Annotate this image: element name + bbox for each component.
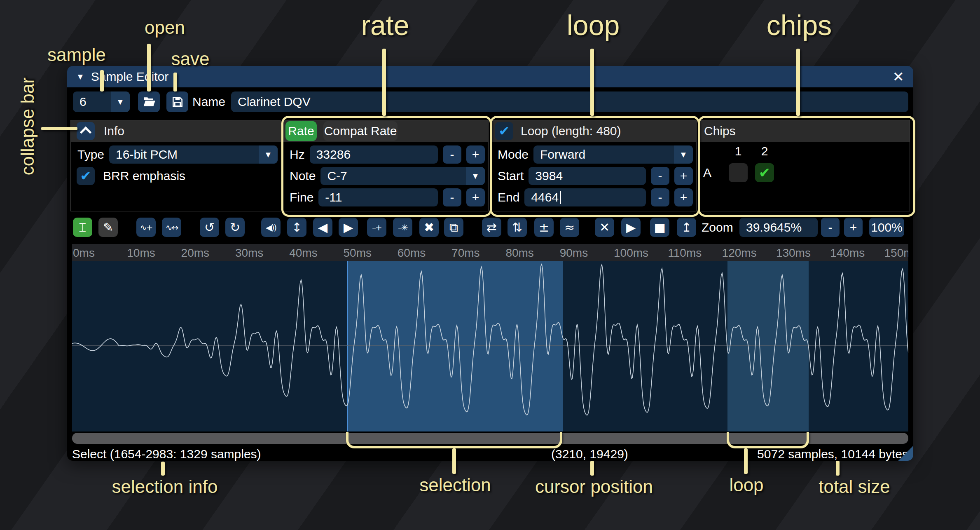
annotation-open: open: [145, 17, 185, 38]
selection-info-text: Select (1654-2983: 1329 samples): [72, 447, 261, 461]
annotation-loop-lower: loop: [729, 475, 763, 495]
annotation-sample: sample: [47, 45, 106, 65]
waveform-svg: [72, 261, 908, 432]
name-label: Name: [192, 91, 225, 112]
timeline-label: 0ms: [73, 246, 95, 260]
timeline-label: 140ms: [830, 246, 865, 260]
zoom-reset-button[interactable]: 100%: [869, 218, 904, 237]
chips-annotation-box: [698, 116, 915, 217]
annotation-selection: selection: [419, 475, 491, 495]
select-tool-button[interactable]: ⌶: [73, 218, 92, 237]
stop-button[interactable]: ■: [650, 218, 669, 237]
timeline-label: 120ms: [722, 246, 757, 260]
name-value: Clarinet DQV: [238, 95, 311, 109]
name-input[interactable]: Clarinet DQV: [231, 91, 908, 112]
trim-right-button[interactable]: ▶: [339, 218, 358, 237]
filter-button[interactable]: ≈: [560, 218, 579, 237]
annotation-selection-line: [452, 448, 456, 474]
collapse-info-button[interactable]: [77, 122, 95, 140]
insert-silence-button[interactable]: –+: [367, 218, 386, 237]
rate-annotation-box: [281, 116, 492, 217]
cursor-position-text: (3210, 19429): [551, 447, 628, 461]
annotation-save: save: [171, 49, 210, 69]
zoom-value: 39.9645%: [746, 220, 802, 235]
sample-number-dropdown[interactable]: 6 ▼: [73, 91, 130, 112]
total-size-text: 5072 samples, 10144 bytes: [757, 447, 908, 461]
timeline-label: 30ms: [235, 246, 263, 260]
annotation-loop-lower-line: [744, 448, 748, 474]
annotation-open-line: [147, 44, 151, 91]
annotation-chips: chips: [767, 9, 832, 41]
volume-button[interactable]: ◀)): [261, 218, 281, 237]
toolbar: Zoom 39.9645% - + 100% ⌶✎∿+∿↔↺↻◀))↕◀▶–+–…: [67, 215, 913, 239]
open-button[interactable]: [138, 91, 160, 112]
reverse-button[interactable]: ⇄: [482, 218, 501, 237]
timeline-ruler[interactable]: 0ms10ms20ms30ms40ms50ms60ms70ms80ms90ms1…: [72, 244, 908, 261]
crop-button[interactable]: ⧉: [444, 218, 463, 237]
loop-annotation-box: [490, 116, 700, 217]
timeline-label: 40ms: [289, 246, 317, 260]
collapse-triangle-icon[interactable]: ▼: [76, 72, 84, 82]
close-icon[interactable]: ✕: [893, 70, 905, 84]
annotation-rate-line: [382, 49, 386, 116]
timeline-label: 130ms: [776, 246, 811, 260]
info-panel-header: Info: [71, 120, 281, 142]
timeline-label: 10ms: [127, 246, 155, 260]
annotation-loop-line: [590, 49, 594, 116]
waveform-path: [72, 264, 908, 415]
save-button[interactable]: [166, 91, 188, 112]
redo-button[interactable]: ↻: [225, 218, 245, 237]
delete-button[interactable]: ✖: [419, 218, 439, 237]
check-icon: ✔: [80, 168, 91, 184]
annotation-chips-line: [796, 49, 800, 116]
timeline-label: 100ms: [614, 246, 648, 260]
annotation-save-line: [173, 73, 177, 91]
annotation-collapse-line: [41, 127, 77, 130]
annotation-cursor-position-line: [590, 461, 594, 476]
timeline-label: 20ms: [181, 246, 209, 260]
undo-button[interactable]: ↺: [200, 218, 219, 237]
wave-stretch-button[interactable]: ∿↔: [162, 218, 181, 237]
annotation-rate: rate: [361, 9, 409, 41]
timeline-label: 110ms: [668, 246, 702, 260]
annotation-selection-info: selection info: [112, 476, 218, 497]
amplify-button[interactable]: ↕: [287, 218, 306, 237]
type-label: Type: [77, 148, 104, 162]
annotation-sample-line: [100, 70, 104, 91]
selection-brace: [346, 432, 562, 448]
chevron-down-icon[interactable]: ▼: [259, 145, 278, 164]
timeline-label: 150ms: [884, 246, 909, 260]
annotation-selection-info-line: [161, 462, 165, 476]
zoom-input[interactable]: 39.9645%: [739, 218, 818, 237]
sample-number-value: 6: [80, 91, 87, 112]
zoom-in-button[interactable]: +: [844, 218, 863, 237]
trim-left-button[interactable]: ◀: [313, 218, 332, 237]
insert-snap-button[interactable]: –✳: [393, 218, 412, 237]
draw-tool-button[interactable]: ✎: [98, 218, 118, 237]
chevron-up-icon: [80, 127, 91, 138]
type-dropdown[interactable]: 16-bit PCM ▼: [109, 145, 278, 164]
zoom-out-button[interactable]: -: [821, 218, 840, 237]
brr-emphasis-checkbox[interactable]: ✔: [77, 167, 95, 185]
type-value: 16-bit PCM: [116, 145, 178, 164]
adjust-button[interactable]: ⇅: [508, 218, 527, 237]
timeline-label: 50ms: [344, 246, 372, 260]
annotation-total-size-line: [836, 461, 840, 476]
annotation-cursor-position: cursor position: [535, 476, 653, 497]
crossfade-button[interactable]: ✕: [595, 218, 614, 237]
waveform-view[interactable]: [72, 261, 908, 432]
timeline-label: 90ms: [560, 246, 588, 260]
loop-brace: [727, 432, 809, 448]
timeline-label: 80ms: [505, 246, 533, 260]
annotation-total-size: total size: [819, 476, 890, 497]
play-button[interactable]: ▶: [621, 218, 641, 237]
export-button[interactable]: ↥: [677, 218, 696, 237]
chevron-down-icon[interactable]: ▼: [111, 91, 130, 112]
wave-insert-button[interactable]: ∿+: [136, 218, 156, 237]
annotation-loop: loop: [567, 9, 620, 41]
offset-button[interactable]: ±: [534, 218, 554, 237]
save-icon: [171, 95, 184, 108]
timeline-label: 60ms: [398, 246, 426, 260]
resize-handle[interactable]: [898, 445, 913, 461]
folder-open-icon: [143, 95, 156, 108]
